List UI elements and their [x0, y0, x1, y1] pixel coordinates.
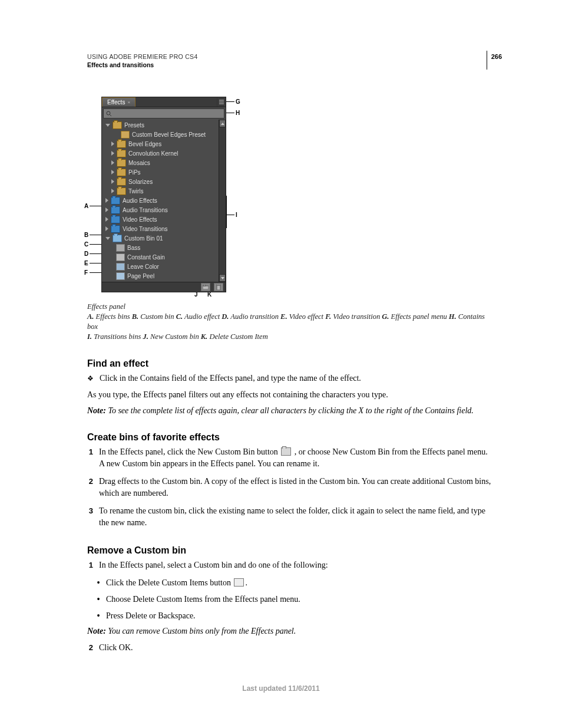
tree-solarizes[interactable]: Solarizes	[102, 177, 219, 186]
tree-pips[interactable]: PiPs	[102, 167, 219, 177]
tree-label: Mosaics	[128, 160, 150, 166]
callout-e-line	[90, 263, 101, 263]
audio-effect-icon	[116, 244, 125, 252]
text-run: Click the Delete Custom Items button	[106, 578, 233, 587]
tree-mosaics[interactable]: Mosaics	[102, 158, 219, 167]
disclosure-icon[interactable]	[111, 151, 114, 156]
disclosure-icon[interactable]	[111, 141, 114, 146]
search-icon	[106, 111, 112, 117]
bullet-icon: •	[97, 577, 100, 589]
disclosure-icon[interactable]	[111, 170, 114, 174]
tree-item-leave-color[interactable]: Leave Color	[102, 262, 219, 271]
tab-effects[interactable]: Effects ×	[102, 97, 135, 107]
running-head-title: USING ADOBE PREMIERE PRO CS4	[87, 53, 492, 60]
heading-create-bins: Create bins of favorite effects	[87, 432, 492, 443]
page-number: 266	[491, 53, 502, 60]
list-item: 1 In the Effects panel, select a Custom …	[87, 559, 492, 571]
list-item: • Choose Delete Custom Items from the Ef…	[97, 594, 492, 605]
disclosure-icon[interactable]	[105, 237, 110, 240]
disclosure-icon[interactable]	[105, 198, 108, 203]
scroll-track[interactable]	[219, 127, 226, 274]
body-text: Drag effects to the Custom bin. A copy o…	[99, 476, 492, 499]
tree-label: Video Transitions	[123, 226, 168, 232]
tree-label: Custom Bevel Edges Preset	[132, 131, 206, 138]
body-text: Press Delete or Backspace.	[106, 610, 492, 622]
body-text: To rename the custom bin, click the exis…	[99, 505, 492, 529]
tree-item-bass[interactable]: Bass	[102, 243, 219, 252]
tree-presets[interactable]: Presets	[102, 120, 219, 130]
disclosure-icon[interactable]	[105, 226, 108, 231]
tree-label: Audio Effects	[123, 197, 157, 204]
legend-j-label: J.	[143, 332, 148, 341]
step-number: 1	[87, 559, 93, 571]
disclosure-icon[interactable]	[111, 179, 114, 184]
running-head-section: Effects and transitions	[87, 61, 492, 68]
figure-caption: Effects panel A. Effects bins B. Custom …	[87, 302, 492, 342]
new-custom-bin-button[interactable]	[201, 283, 210, 291]
disclosure-icon[interactable]	[105, 124, 110, 127]
callout-b: B	[84, 232, 88, 238]
folder-icon	[117, 150, 126, 157]
tree-video-transitions[interactable]: Video Transitions	[102, 224, 219, 233]
disclosure-icon[interactable]	[105, 217, 108, 222]
close-icon[interactable]: ×	[127, 100, 130, 105]
tree-label: Presets	[124, 122, 144, 129]
tree-twirls[interactable]: Twirls	[102, 186, 219, 196]
tree-video-effects[interactable]: Video Effects	[102, 215, 219, 224]
tree-bevel[interactable]: Bevel Edges	[102, 139, 219, 149]
tree-conv[interactable]: Convolution Kernel	[102, 149, 219, 158]
step-number: 1	[87, 446, 93, 470]
audio-transition-icon	[116, 253, 125, 261]
list-item: 2 Click OK.	[87, 642, 492, 654]
text-run: .	[245, 578, 247, 587]
scroll-up-icon[interactable]	[219, 120, 226, 127]
svg-rect-3	[203, 285, 206, 286]
callout-f: F	[84, 269, 88, 276]
callout-a-line	[90, 206, 101, 206]
folder-icon	[111, 216, 120, 223]
tree-item-constant-gain[interactable]: Constant Gain	[102, 252, 219, 262]
tree-preset-item[interactable]: Custom Bevel Edges Preset	[102, 130, 219, 139]
effects-panel: Effects × Presets Custom Bevel Edges P	[101, 97, 226, 292]
legend-a-text: Effects bins	[94, 312, 131, 321]
disclosure-icon[interactable]	[105, 207, 108, 212]
folder-icon	[113, 121, 122, 129]
legend-b-text: Custom bin	[138, 312, 176, 321]
folder-icon	[117, 140, 126, 148]
panel-menu-button[interactable]	[217, 97, 226, 107]
tree-label: Bevel Edges	[128, 141, 161, 147]
legend-d-text: Audio transition	[229, 312, 280, 321]
disclosure-icon[interactable]	[111, 189, 114, 193]
contains-field[interactable]	[103, 108, 224, 118]
footer-updated: Last updated 11/6/2011	[0, 684, 562, 693]
delete-custom-item-button[interactable]	[214, 283, 223, 291]
video-effect-icon	[116, 263, 125, 271]
callout-f-line	[90, 272, 101, 273]
legend-a-label: A.	[87, 312, 94, 321]
scroll-down-icon[interactable]	[219, 274, 226, 282]
menu-icon	[219, 100, 224, 104]
legend-e-label: E.	[280, 312, 287, 321]
folder-icon	[117, 169, 126, 176]
body-text: Click OK.	[99, 642, 492, 654]
scrollbar[interactable]	[219, 120, 226, 282]
tree-label: Custom Bin 01	[124, 235, 163, 242]
figure-effects-panel: A B C D E F G H I J K Effects ×	[88, 97, 492, 297]
panel-tab-bar: Effects ×	[102, 97, 226, 107]
legend-i-label: I.	[87, 332, 92, 341]
search-input[interactable]	[114, 111, 222, 117]
legend-f-text: Video transition	[331, 312, 382, 321]
tree-audio-transitions[interactable]: Audio Transitions	[102, 205, 219, 215]
callout-i: I	[236, 212, 237, 218]
tree-audio-effects[interactable]: Audio Effects	[102, 196, 219, 205]
trash-icon	[216, 284, 221, 290]
panel-footer	[102, 282, 226, 292]
tree-item-page-peel[interactable]: Page Peel	[102, 271, 219, 281]
tree-label: PiPs	[128, 169, 141, 176]
tree-label: Convolution Kernel	[128, 150, 178, 157]
svg-line-1	[110, 114, 112, 116]
text-run: In the Effects panel, click the New Cust…	[99, 447, 280, 456]
disclosure-icon[interactable]	[111, 160, 114, 165]
note: Note: To see the complete list of effect…	[87, 406, 492, 416]
tree-custom-bin[interactable]: Custom Bin 01	[102, 233, 219, 243]
